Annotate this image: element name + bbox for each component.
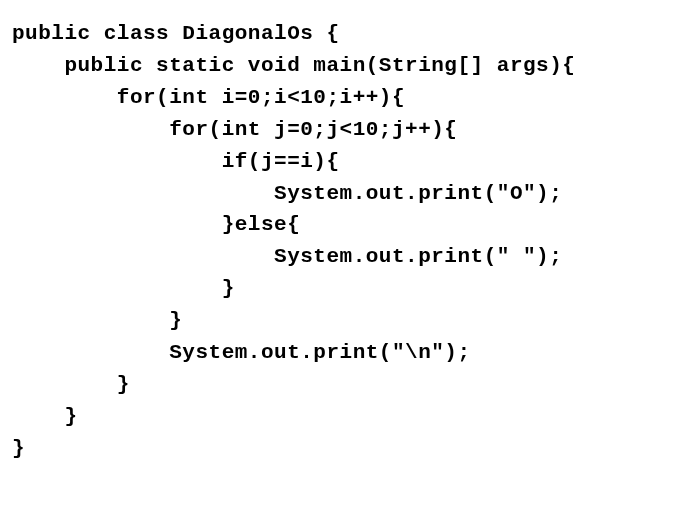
code-line: } <box>12 433 672 465</box>
code-line: } <box>12 369 672 401</box>
code-line: public static void main(String[] args){ <box>12 50 672 82</box>
code-line: } <box>12 305 672 337</box>
code-line: for(int j=0;j<10;j++){ <box>12 114 672 146</box>
code-line: System.out.print(" "); <box>12 241 672 273</box>
code-block: public class DiagonalOs { public static … <box>12 18 672 465</box>
code-line: public class DiagonalOs { <box>12 18 672 50</box>
code-line: } <box>12 273 672 305</box>
code-line: System.out.print("O"); <box>12 178 672 210</box>
code-line: System.out.print("\n"); <box>12 337 672 369</box>
code-line: }else{ <box>12 209 672 241</box>
code-line: for(int i=0;i<10;i++){ <box>12 82 672 114</box>
code-line: } <box>12 401 672 433</box>
code-line: if(j==i){ <box>12 146 672 178</box>
